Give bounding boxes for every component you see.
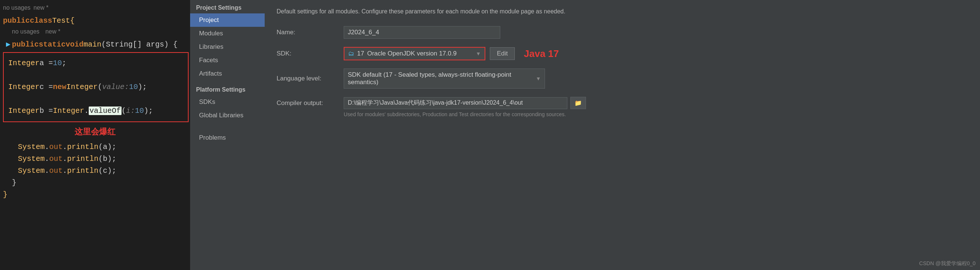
- sdk-row: SDK: 🗂 17 Oracle OpenJDK version 17.0.9 …: [277, 47, 968, 60]
- method-main: main: [83, 39, 102, 51]
- compiler-input[interactable]: [344, 97, 567, 109]
- code-params: (String[] args) {: [102, 39, 177, 51]
- sys-c: System: [18, 165, 45, 177]
- nav-item-libraries[interactable]: Libraries: [190, 40, 265, 54]
- project-settings-title: Project Settings: [190, 0, 265, 13]
- language-value: SDK default (17 - Sealed types, always-s…: [348, 71, 536, 86]
- code-classname: Test: [52, 15, 70, 27]
- code-int-c: Integer c = new Integer ( value: 10 );: [8, 80, 183, 95]
- out-b: out: [49, 153, 63, 165]
- semi-a: ;: [62, 57, 66, 69]
- println-a: println: [67, 141, 99, 153]
- code-close-class: }: [0, 189, 190, 201]
- code-int-a: Integer a = 10 ;: [8, 56, 183, 71]
- paren-open-c: (: [98, 81, 102, 93]
- param-hint-c: value:: [102, 81, 129, 93]
- java17-annotation: Java 17: [524, 48, 559, 60]
- compiler-row: 📁: [344, 97, 586, 109]
- type-integer-a: Integer: [8, 57, 40, 69]
- sdk-dropdown-inner: 🗂 17 Oracle OpenJDK version 17.0.9: [348, 50, 457, 57]
- nav-item-artifacts[interactable]: Artifacts: [190, 67, 265, 81]
- name-row: Name:: [277, 26, 968, 39]
- dot-b: .: [84, 105, 89, 117]
- var-b: b =: [40, 105, 53, 117]
- sysout-args-a: (a);: [99, 141, 116, 153]
- sdk-dropdown-wrapper: 🗂 17 Oracle OpenJDK version 17.0.9 ▼ Edi…: [344, 47, 559, 60]
- paren-close-b: );: [144, 105, 153, 117]
- nav-panel: Project Settings Project Modules Librari…: [190, 0, 265, 270]
- paren-close-c: );: [138, 81, 147, 93]
- code-class: class: [30, 15, 52, 27]
- name-input[interactable]: [344, 26, 500, 39]
- csdn-watermark: CSDN @我爱学编程0_0: [919, 260, 975, 267]
- name-label: Name:: [277, 29, 344, 36]
- code-close-method: }: [0, 177, 190, 189]
- kw-public2: public: [12, 39, 39, 51]
- annotation-no-usages2: no usages: [12, 27, 40, 37]
- compiler-output-row: Compiler output: 📁 Used for modules' sub…: [277, 97, 968, 117]
- sys-b: System: [18, 153, 45, 165]
- dot-print-c: .: [63, 165, 67, 177]
- sdk-version: 17: [357, 50, 364, 57]
- nav-item-sdks[interactable]: SDKs: [190, 95, 265, 109]
- red-annotation-text: 这里会爆红: [0, 125, 190, 138]
- sdk-chevron-icon: ▼: [476, 51, 481, 57]
- out-c: out: [49, 165, 63, 177]
- brace-close-method: }: [12, 177, 16, 189]
- sdk-dropdown[interactable]: 🗂 17 Oracle OpenJDK version 17.0.9 ▼: [344, 47, 485, 60]
- var-c: c =: [40, 81, 53, 93]
- language-chevron-icon: ▼: [536, 76, 541, 81]
- kw-new-c: new: [53, 81, 66, 93]
- compiler-inner-row: Compiler output: 📁: [277, 97, 968, 109]
- edit-sdk-button[interactable]: Edit: [490, 47, 515, 60]
- sysout-args-c: (c);: [99, 165, 116, 177]
- type-integer-b: Integer: [8, 105, 40, 117]
- code-line-4: ▶ public static void main (String[] args…: [0, 39, 190, 51]
- var-a: a =: [40, 57, 53, 69]
- language-level-row: Language level: SDK default (17 - Sealed…: [277, 68, 968, 89]
- sys-a: System: [18, 141, 45, 153]
- gutter-arrow: ▶: [6, 39, 10, 51]
- code-line-2: public class Test {: [0, 15, 190, 27]
- code-sysout-c: System . out . println (c);: [0, 165, 190, 177]
- dot-print-b: .: [63, 153, 67, 165]
- code-blank1: [8, 71, 183, 80]
- dot-out-b: .: [45, 153, 49, 165]
- nav-item-project[interactable]: Project: [190, 13, 265, 27]
- code-sysout-b: System . out . println (b);: [0, 153, 190, 165]
- println-b: println: [67, 153, 99, 165]
- nav-item-problems[interactable]: Problems: [190, 131, 265, 145]
- code-panel: no usages new * public class Test { no u…: [0, 0, 190, 270]
- folder-icon: 📁: [574, 100, 582, 106]
- code-line-3: no usages new *: [0, 27, 190, 39]
- dot-print-a: .: [63, 141, 67, 153]
- annotation-no-usages: no usages: [3, 3, 30, 13]
- dot-out-a: .: [45, 141, 49, 153]
- settings-panel: Default settings for all modules. Config…: [265, 0, 980, 270]
- code-blank2: [8, 95, 183, 103]
- brace-close-class: }: [3, 189, 8, 201]
- val-10-b: 10: [135, 105, 144, 117]
- type-integer-c: Integer: [8, 81, 40, 93]
- platform-settings-title: Platform Settings: [190, 81, 265, 95]
- nav-item-facets[interactable]: Facets: [190, 54, 265, 67]
- kw-void: void: [65, 39, 83, 51]
- nav-item-modules[interactable]: Modules: [190, 27, 265, 40]
- sdk-full-name: Oracle OpenJDK version 17.0.9: [367, 50, 457, 57]
- nav-item-global-libraries[interactable]: Global Libraries: [190, 109, 265, 122]
- constructor-integer: Integer: [66, 81, 98, 93]
- sdk-folder-icon: 🗂: [348, 50, 354, 57]
- compiler-folder-button[interactable]: 📁: [570, 97, 586, 109]
- kw-static: static: [39, 39, 65, 51]
- compiler-label: Compiler output:: [277, 99, 344, 107]
- param-hint-b: i:: [126, 105, 135, 117]
- code-brace-open: {: [70, 15, 75, 27]
- code-public: public: [3, 15, 30, 27]
- paren-open-b: (: [121, 105, 126, 117]
- annotation-new2: new *: [46, 27, 60, 37]
- settings-description: Default settings for all modules. Config…: [277, 8, 968, 16]
- language-dropdown[interactable]: SDK default (17 - Sealed types, always-s…: [344, 68, 545, 89]
- compiler-note: Used for modules' subdirectories, Produc…: [344, 111, 566, 117]
- dot-out-c: .: [45, 165, 49, 177]
- code-line-1: no usages new *: [0, 3, 190, 15]
